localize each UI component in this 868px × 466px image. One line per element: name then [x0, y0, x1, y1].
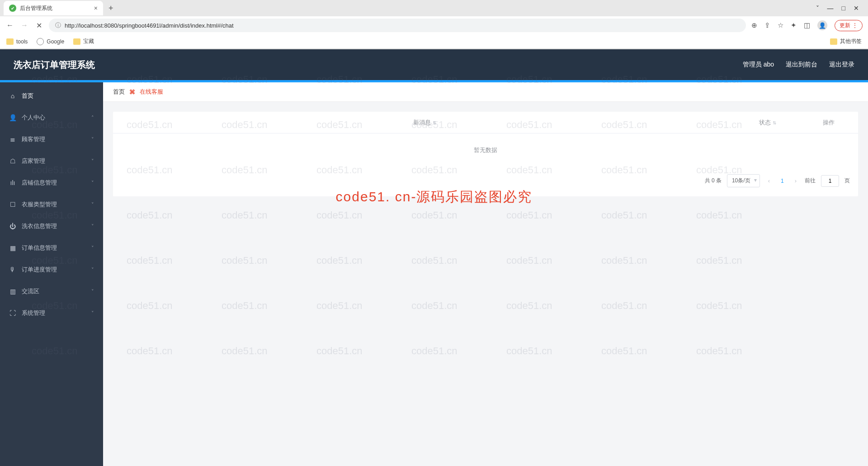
- columns-icon: ▥: [9, 288, 16, 295]
- goto-input[interactable]: [821, 175, 839, 187]
- sidebar-item-wash-info[interactable]: ⏻洗衣信息管理˅: [0, 215, 103, 237]
- chevron-down-icon: ˅: [91, 245, 94, 251]
- prev-page-button[interactable]: ‹: [765, 177, 773, 184]
- bookmark-star-icon[interactable]: ☆: [778, 21, 783, 29]
- app-body: ⌂首页 👤个人中心˄ ≣顾客管理˅ ☖店家管理˅ ılı店铺信息管理˅ ☐衣服类…: [0, 82, 868, 466]
- main-content: 首页 ⌘ 在线客服 新消息 状态 操作 暂无数据 共 0 条 10条/页 ‹: [103, 82, 868, 466]
- mic-icon: 🎙: [9, 266, 16, 273]
- sidebar-item-label: 顾客管理: [22, 135, 45, 143]
- sidebar-item-order-progress[interactable]: 🎙订单进度管理˅: [0, 259, 103, 281]
- site-info-icon[interactable]: ⓘ: [55, 21, 61, 29]
- power-icon: ⏻: [9, 223, 16, 230]
- minimize-icon[interactable]: —: [827, 5, 834, 12]
- bookmark-other[interactable]: 其他书签: [830, 38, 862, 45]
- toolbar-icons: ⊕ ⇪ ☆ ✦ ◫ 👤 更新 ⋮: [751, 20, 863, 31]
- grid-icon: ▦: [9, 244, 16, 252]
- crumb-current: 在线客服: [140, 88, 163, 96]
- tab-title: 后台管理系统: [20, 5, 52, 12]
- url-text: http://localhost:8080/springboot4691l/ad…: [65, 22, 234, 29]
- sidebar-item-label: 系统管理: [22, 309, 45, 317]
- sidebar-item-customers[interactable]: ≣顾客管理˅: [0, 128, 103, 150]
- crumb-sep-icon: ⌘: [129, 89, 135, 95]
- sidebar: ⌂首页 👤个人中心˄ ≣顾客管理˅ ☖店家管理˅ ılı店铺信息管理˅ ☐衣服类…: [0, 82, 103, 466]
- sidebar-item-shops[interactable]: ☖店家管理˅: [0, 150, 103, 172]
- dropdown-icon[interactable]: ˅: [816, 5, 819, 12]
- sidebar-item-system[interactable]: ⛶系统管理˅: [0, 302, 103, 324]
- app-root: 洗衣店订单管理系统 管理员 abo 退出到前台 退出登录 ⌂首页 👤个人中心˄ …: [0, 49, 868, 466]
- reload-button[interactable]: ✕: [34, 21, 43, 30]
- sidebar-item-label: 洗衣信息管理: [22, 222, 57, 230]
- bookmark-tools[interactable]: tools: [6, 38, 28, 45]
- to-front-link[interactable]: 退出到前台: [786, 61, 817, 69]
- new-tab-button[interactable]: +: [108, 4, 113, 13]
- shop-icon: ☖: [9, 157, 16, 165]
- sidebar-item-label: 首页: [22, 92, 33, 100]
- chevron-down-icon: ˅: [91, 158, 94, 164]
- chevron-down-icon: ˅: [91, 289, 94, 295]
- expand-icon: ⛶: [9, 309, 16, 317]
- zoom-icon[interactable]: ⊕: [751, 21, 757, 29]
- logout-link[interactable]: 退出登录: [829, 61, 854, 69]
- col-action: 操作: [799, 119, 858, 127]
- url-input[interactable]: ⓘ http://localhost:8080/springboot4691l/…: [49, 19, 746, 32]
- sidebar-item-home[interactable]: ⌂首页: [0, 85, 103, 107]
- sidebar-item-shop-info[interactable]: ılı店铺信息管理˅: [0, 172, 103, 194]
- sidebar-item-label: 店铺信息管理: [22, 179, 57, 187]
- col-status[interactable]: 状态: [736, 119, 799, 127]
- pager-total: 共 0 条: [705, 177, 722, 185]
- tab-bar: ✔ 后台管理系统 × + ˅ — □ ✕: [0, 0, 868, 16]
- folder-icon: [6, 38, 14, 45]
- header-actions: 管理员 abo 退出到前台 退出登录: [743, 61, 854, 69]
- favicon-icon: ✔: [9, 5, 16, 12]
- sidebar-item-forum[interactable]: ▥交流区˅: [0, 281, 103, 302]
- goto-label-pre: 前往: [805, 177, 816, 185]
- next-page-button[interactable]: ›: [792, 177, 799, 184]
- update-button[interactable]: 更新 ⋮: [835, 20, 863, 31]
- maximize-icon[interactable]: □: [842, 5, 845, 12]
- list-icon: ≣: [9, 136, 16, 143]
- folder-icon: [830, 38, 837, 45]
- page-size-select[interactable]: 10条/页: [727, 174, 760, 187]
- browser-tab[interactable]: ✔ 后台管理系统 ×: [4, 1, 103, 15]
- chevron-down-icon: ˅: [91, 267, 94, 273]
- back-button[interactable]: ←: [5, 21, 14, 29]
- sidebar-item-label: 订单信息管理: [22, 244, 57, 252]
- share-icon[interactable]: ⇪: [764, 21, 770, 29]
- pagination: 共 0 条 10条/页 ‹ 1 › 前往 页: [113, 167, 858, 187]
- home-icon: ⌂: [9, 92, 16, 100]
- box-icon: ☐: [9, 201, 16, 208]
- app-title: 洗衣店订单管理系统: [14, 59, 95, 71]
- content-card: 新消息 状态 操作 暂无数据 共 0 条 10条/页 ‹ 1 › 前往 页: [113, 112, 858, 196]
- close-tab-icon[interactable]: ×: [94, 5, 98, 12]
- sidebar-item-profile[interactable]: 👤个人中心˄: [0, 107, 103, 128]
- col-message[interactable]: 新消息: [113, 119, 736, 127]
- close-window-icon[interactable]: ✕: [854, 5, 859, 12]
- table-head: 新消息 状态 操作: [113, 112, 858, 133]
- chevron-down-icon: ˅: [91, 202, 94, 208]
- sidepanel-icon[interactable]: ◫: [804, 21, 810, 29]
- chevron-down-icon: ˅: [91, 223, 94, 229]
- sidebar-item-label: 店家管理: [22, 157, 45, 165]
- sidebar-item-label: 个人中心: [22, 114, 45, 122]
- chevron-down-icon: ˅: [91, 137, 94, 143]
- breadcrumb: 首页 ⌘ 在线客服: [103, 82, 868, 102]
- sidebar-item-order-info[interactable]: ▦订单信息管理˅: [0, 237, 103, 259]
- window-controls: ˅ — □ ✕: [816, 5, 864, 12]
- globe-icon: [37, 38, 44, 45]
- sidebar-item-label: 订单进度管理: [22, 266, 57, 274]
- bookmark-google[interactable]: Google: [37, 38, 64, 45]
- user-icon: 👤: [9, 114, 16, 121]
- crumb-home[interactable]: 首页: [113, 88, 125, 96]
- goto-label-suf: 页: [844, 177, 850, 185]
- user-label[interactable]: 管理员 abo: [743, 61, 774, 69]
- bookmarks-bar: tools Google 宝藏 其他书签: [0, 34, 868, 49]
- empty-state: 暂无数据: [113, 133, 858, 167]
- bookmark-treasure[interactable]: 宝藏: [73, 38, 94, 45]
- sidebar-item-cloth-type[interactable]: ☐衣服类型管理˅: [0, 194, 103, 215]
- chart-icon: ılı: [9, 179, 16, 186]
- page-number[interactable]: 1: [778, 178, 787, 184]
- extensions-icon[interactable]: ✦: [791, 21, 797, 29]
- chevron-down-icon: ˅: [91, 310, 94, 316]
- forward-button[interactable]: →: [20, 21, 29, 29]
- profile-avatar-icon[interactable]: 👤: [817, 20, 827, 30]
